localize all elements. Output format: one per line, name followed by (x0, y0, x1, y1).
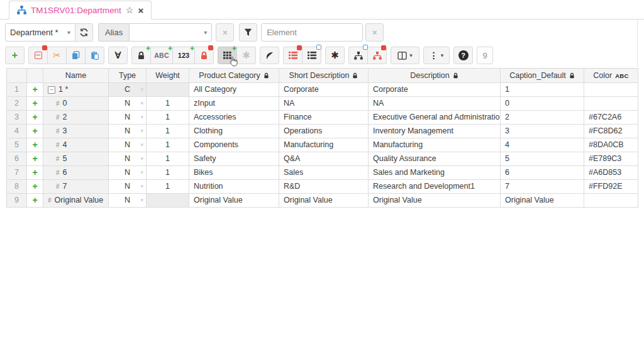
row-number[interactable]: 5 (7, 138, 27, 152)
add-element-button[interactable]: + (5, 47, 25, 64)
hierarchy-copy-button[interactable] (348, 47, 368, 64)
refresh-button[interactable] (75, 23, 93, 42)
subset-copy-button[interactable] (302, 47, 321, 64)
short-description-cell[interactable]: NA (279, 97, 369, 111)
row-number[interactable]: 8 (7, 180, 27, 194)
insert-element-cell[interactable]: + (27, 97, 43, 111)
product-category-cell[interactable]: zInput (189, 97, 279, 111)
clear-element-button[interactable]: × (365, 23, 384, 42)
help-button[interactable]: ? (453, 47, 473, 64)
favorite-star-icon[interactable]: ☆ (126, 5, 134, 15)
lock-delete-button[interactable] (194, 47, 214, 64)
element-name-cell[interactable]: #0 (43, 97, 109, 111)
hierarchy-delete-button[interactable] (367, 47, 387, 64)
product-category-cell[interactable]: Clothing (189, 125, 279, 138)
string-add-button[interactable]: ABC + (150, 47, 173, 64)
weight-cell[interactable]: 1 (147, 138, 189, 152)
copy-button[interactable] (66, 47, 86, 64)
insert-element-cell[interactable]: + (27, 111, 43, 125)
color-cell[interactable]: #67C2A6 (584, 111, 638, 125)
caption-default-cell[interactable]: 4 (501, 138, 584, 152)
short-description-cell[interactable]: Sales (279, 166, 369, 180)
color-cell[interactable]: #8DA0CB (584, 138, 638, 152)
filter-button[interactable] (239, 23, 257, 42)
element-name-cell[interactable]: #4 (43, 138, 109, 152)
lock-add-button[interactable]: + (131, 47, 151, 64)
product-category-cell[interactable]: Safety (189, 152, 279, 166)
element-name-cell[interactable]: #5 (43, 152, 109, 166)
subset-delete-button[interactable] (283, 47, 303, 64)
weight-cell[interactable]: 1 (147, 125, 189, 138)
row-number[interactable]: 7 (7, 166, 27, 180)
description-cell[interactable]: Original Value (369, 194, 501, 208)
caption-default-cell[interactable]: 6 (501, 166, 584, 180)
close-tab-icon[interactable]: × (138, 6, 143, 15)
weight-cell[interactable]: 1 (147, 111, 189, 125)
element-type-cell[interactable]: N▾ (109, 138, 147, 152)
weight-cell[interactable]: 1 (147, 180, 189, 194)
select-all-button[interactable]: ∀ (108, 47, 128, 64)
product-category-cell[interactable]: All Category (189, 83, 279, 97)
short-description-cell[interactable]: Original Value (279, 194, 369, 208)
caption-default-cell[interactable]: Original Value (501, 194, 584, 208)
more-options-button[interactable]: ⋮ ▾ (423, 47, 450, 64)
element-name-cell[interactable]: #2 (43, 111, 109, 125)
element-type-cell[interactable]: N▾ (109, 194, 147, 208)
product-category-cell[interactable]: Components (189, 138, 279, 152)
short-description-cell[interactable]: Operations (279, 125, 369, 138)
type-caret-icon[interactable]: ▾ (140, 180, 143, 193)
wildcard-button[interactable]: ✱ (325, 47, 345, 64)
description-cell[interactable]: Inventory Management (369, 125, 501, 138)
cut-button[interactable]: ✂ (47, 47, 67, 64)
row-number[interactable]: 2 (7, 97, 27, 111)
weight-cell[interactable] (147, 83, 189, 97)
caption-default-cell[interactable]: 7 (501, 180, 584, 194)
element-name-cell[interactable]: −1 * (43, 83, 109, 97)
element-type-cell[interactable]: C▾ (109, 83, 147, 97)
weight-cell[interactable]: 1 (147, 97, 189, 111)
paste-button[interactable] (85, 47, 104, 64)
caption-default-cell[interactable]: 2 (501, 111, 584, 125)
color-cell[interactable]: #FC8D62 (584, 125, 638, 138)
short-description-cell[interactable]: Finance (279, 111, 369, 125)
color-cell[interactable]: #E789C3 (584, 152, 638, 166)
row-number[interactable]: 4 (7, 125, 27, 138)
type-caret-icon[interactable]: ▾ (140, 97, 143, 110)
type-caret-icon[interactable]: ▾ (140, 111, 143, 124)
caption-default-cell[interactable]: 0 (501, 97, 584, 111)
color-cell[interactable] (584, 83, 638, 97)
element-type-cell[interactable]: N▾ (109, 111, 147, 125)
element-name-cell[interactable]: #3 (43, 125, 109, 138)
tab-department[interactable]: TM1SRV01:Department ☆ × (9, 1, 152, 20)
description-cell[interactable]: Quality Assurance (369, 152, 501, 166)
leaf-button[interactable] (260, 47, 279, 64)
type-caret-icon[interactable]: ▾ (140, 138, 143, 152)
type-caret-icon[interactable]: ▾ (140, 125, 143, 138)
insert-element-cell[interactable]: + (27, 166, 43, 180)
insert-element-cell[interactable]: + (27, 194, 43, 208)
type-caret-icon[interactable]: ▾ (140, 166, 143, 179)
element-name-cell[interactable]: #7 (43, 180, 109, 194)
description-cell[interactable]: Manufacturing (369, 138, 501, 152)
insert-element-cell[interactable]: + (27, 83, 43, 97)
color-cell[interactable] (584, 97, 638, 111)
type-caret-icon[interactable]: ▾ (140, 194, 143, 207)
weight-cell[interactable] (147, 194, 189, 208)
clear-alias-button[interactable]: × (216, 23, 234, 42)
element-name-cell[interactable]: #6 (43, 166, 109, 180)
short-description-cell[interactable]: Manufacturing (279, 138, 369, 152)
columns-toggle-button[interactable]: ▾ (391, 47, 419, 64)
element-type-cell[interactable]: N▾ (109, 166, 147, 180)
element-search-input[interactable] (261, 23, 363, 42)
description-cell[interactable]: NA (369, 97, 501, 111)
product-category-cell[interactable]: Nutrition (189, 180, 279, 194)
short-description-cell[interactable]: Q&A (279, 152, 369, 166)
caption-default-cell[interactable]: 5 (501, 152, 584, 166)
row-number[interactable]: 6 (7, 152, 27, 166)
product-category-cell[interactable]: Original Value (189, 194, 279, 208)
collapse-expander-icon[interactable]: − (48, 86, 55, 94)
element-type-cell[interactable]: N▾ (109, 180, 147, 194)
dimension-select[interactable]: Department * ▾ (5, 23, 75, 42)
description-cell[interactable]: Sales and Marketing (369, 166, 501, 180)
weight-cell[interactable]: 1 (147, 166, 189, 180)
